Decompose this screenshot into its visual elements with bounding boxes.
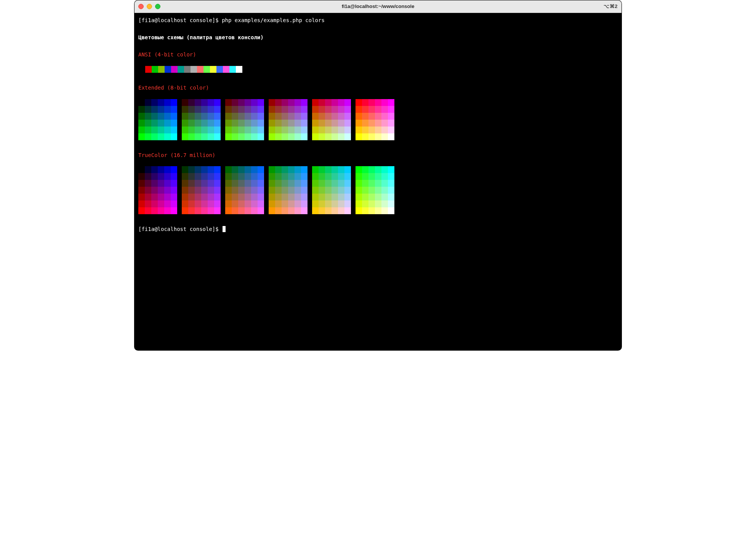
color-cell xyxy=(195,187,201,194)
color-cell xyxy=(275,127,282,133)
color-cell xyxy=(319,166,325,173)
color-cell xyxy=(145,166,151,173)
color-cell xyxy=(164,127,171,133)
color-cell xyxy=(368,187,375,194)
color-cell xyxy=(158,133,164,140)
color-cell xyxy=(362,120,368,127)
color-cell xyxy=(182,106,188,113)
color-cell xyxy=(151,180,158,187)
color-cell xyxy=(295,127,301,133)
color-cell xyxy=(195,106,201,113)
color-cell xyxy=(195,207,201,214)
color-cell xyxy=(338,180,344,187)
color-cell xyxy=(258,173,264,180)
color-cell xyxy=(214,173,221,180)
ansi-swatch xyxy=(184,66,191,73)
color-cell xyxy=(312,166,319,173)
color-cell xyxy=(158,99,164,106)
color-cell xyxy=(251,173,258,180)
color-cell xyxy=(282,180,288,187)
color-cell xyxy=(151,99,158,106)
color-cell xyxy=(362,133,368,140)
color-cell xyxy=(375,194,381,200)
color-cell xyxy=(356,187,362,194)
color-cell xyxy=(195,200,201,207)
color-cell xyxy=(282,207,288,214)
color-cell xyxy=(214,200,221,207)
color-cell xyxy=(214,207,221,214)
color-cell xyxy=(138,207,145,214)
color-cell xyxy=(381,113,388,120)
color-cell xyxy=(171,207,177,214)
color-cell xyxy=(171,133,177,140)
color-cell xyxy=(388,106,394,113)
color-cell xyxy=(295,166,301,173)
color-cell xyxy=(251,207,258,214)
color-cell xyxy=(295,207,301,214)
color-cell xyxy=(282,99,288,106)
color-cell xyxy=(282,113,288,120)
color-cell xyxy=(145,99,151,106)
window-controls[interactable] xyxy=(138,4,160,9)
color-cell xyxy=(245,194,251,200)
color-cell xyxy=(232,113,238,120)
color-cell xyxy=(381,127,388,133)
color-cell xyxy=(188,200,195,207)
ansi-swatch xyxy=(171,66,178,73)
color-cell xyxy=(145,106,151,113)
color-cell xyxy=(388,187,394,194)
color-cell xyxy=(282,127,288,133)
color-cell xyxy=(295,194,301,200)
terminal-body[interactable]: [fi1a@localhost console]$ php examples/e… xyxy=(135,13,621,351)
color-cell xyxy=(138,120,145,127)
color-cell xyxy=(332,113,338,120)
close-icon[interactable] xyxy=(138,4,144,9)
color-cell xyxy=(171,99,177,106)
color-cell xyxy=(258,133,264,140)
color-cell xyxy=(251,120,258,127)
color-cell xyxy=(182,99,188,106)
color-cell xyxy=(319,200,325,207)
color-cell xyxy=(312,207,319,214)
color-cell xyxy=(301,173,308,180)
truecolor-blocks-row xyxy=(138,166,618,214)
color-cell xyxy=(182,194,188,200)
color-cell xyxy=(301,99,308,106)
minimize-icon[interactable] xyxy=(147,4,152,9)
color-cell xyxy=(138,194,145,200)
color-cell xyxy=(138,166,145,173)
color-cell xyxy=(258,187,264,194)
color-cell xyxy=(375,99,381,106)
color-cell xyxy=(288,207,295,214)
color-cell xyxy=(188,207,195,214)
color-cell xyxy=(245,127,251,133)
color-cell xyxy=(338,133,344,140)
color-cell xyxy=(356,200,362,207)
color-cell xyxy=(301,180,308,187)
color-cell xyxy=(188,166,195,173)
color-cell xyxy=(269,120,275,127)
color-cell xyxy=(225,194,232,200)
color-cell xyxy=(388,173,394,180)
color-cell xyxy=(171,113,177,120)
color-cell xyxy=(164,99,171,106)
color-cell xyxy=(338,200,344,207)
zoom-icon[interactable] xyxy=(155,4,160,9)
color-cell xyxy=(325,133,332,140)
color-cell xyxy=(356,194,362,200)
color-cell xyxy=(251,194,258,200)
color-cell xyxy=(312,173,319,180)
color-cell xyxy=(275,187,282,194)
color-cell xyxy=(251,127,258,133)
color-cell xyxy=(325,194,332,200)
color-cell xyxy=(275,173,282,180)
color-cell xyxy=(145,127,151,133)
color-cell xyxy=(375,207,381,214)
color-cell xyxy=(145,133,151,140)
color-cell xyxy=(295,99,301,106)
color-cell xyxy=(195,99,201,106)
truecolor-block xyxy=(182,166,221,214)
color-cell xyxy=(232,194,238,200)
color-cell xyxy=(164,187,171,194)
color-cell xyxy=(319,207,325,214)
